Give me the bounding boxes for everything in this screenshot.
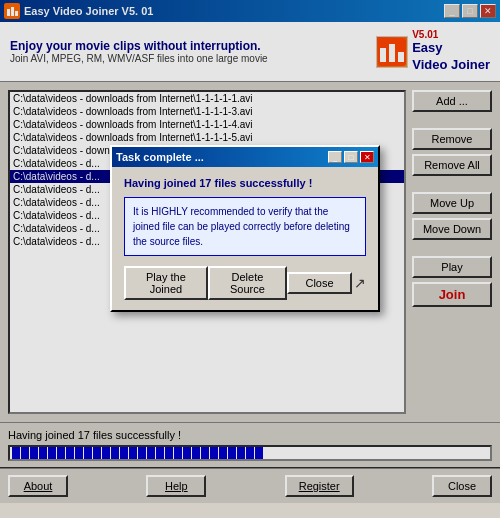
delete-source-button[interactable]: Delete Source	[208, 266, 287, 300]
modal-minimize-button[interactable]: _	[328, 151, 342, 163]
modal-close-btn[interactable]: Close	[287, 272, 352, 294]
cursor-indicator: ↗	[354, 275, 366, 291]
modal-body: Having joined 17 files successfully ! It…	[112, 167, 378, 310]
modal-title: Task complete ...	[116, 151, 328, 163]
modal-dialog: Task complete ... _ □ ✕ Having joined 17…	[110, 145, 380, 312]
modal-maximize-button[interactable]: □	[344, 151, 358, 163]
play-joined-button[interactable]: Play the Joined	[124, 266, 208, 300]
modal-warning-box: It is HIGHLY recommended to verify that …	[124, 197, 366, 256]
modal-title-controls: _ □ ✕	[328, 151, 374, 163]
modal-success-text: Having joined 17 files successfully !	[124, 177, 366, 189]
modal-close-button[interactable]: ✕	[360, 151, 374, 163]
modal-title-bar: Task complete ... _ □ ✕	[112, 147, 378, 167]
modal-buttons: Play the Joined Delete Source Close ↗	[124, 266, 366, 300]
